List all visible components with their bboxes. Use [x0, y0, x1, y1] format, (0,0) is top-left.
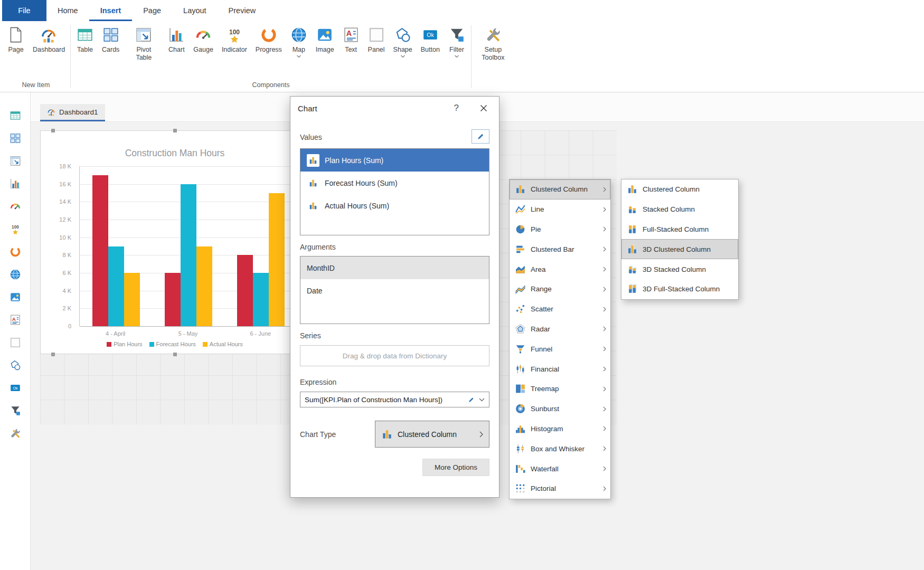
series-drop-zone[interactable]: Drag & drop data from Dictionary [300, 345, 489, 366]
bar-actual-hours[interactable] [124, 273, 140, 326]
file-button[interactable]: File [2, 0, 46, 21]
menu-item-pie[interactable]: Pie [510, 220, 610, 240]
toolbox-item-gauge[interactable] [0, 195, 30, 217]
toolbox-item-setup-toolbox[interactable] [0, 422, 30, 444]
bar-plan-hours[interactable] [92, 175, 108, 326]
menu-item-3d-clustered-column[interactable]: 3D Clustered Column [621, 239, 738, 259]
ribbon-button-indicator[interactable]: 100Indicator [218, 24, 251, 60]
menu-item-scatter[interactable]: Scatter [510, 299, 610, 319]
resize-handle[interactable] [173, 353, 177, 356]
ribbon-button-image[interactable]: Image [312, 24, 338, 60]
values-item-actual-hours-sum[interactable]: Actual Hours (Sum) [300, 194, 489, 217]
filter-icon [10, 405, 21, 416]
toolbox-item-pivot-table[interactable] [0, 149, 30, 172]
dropdown-chevron-icon[interactable] [296, 51, 301, 60]
ribbon-button-progress[interactable]: Progress [251, 24, 286, 60]
chart-type-button[interactable]: Clustered Column [375, 421, 489, 448]
dropdown-chevron-icon[interactable] [454, 51, 459, 60]
help-button[interactable]: ? [454, 103, 459, 113]
ribbon-button-text[interactable]: AText [338, 24, 364, 60]
ribbon-tab-home[interactable]: Home [46, 0, 89, 21]
ribbon-button-table[interactable]: Table [72, 24, 98, 60]
edit-values-button[interactable] [472, 129, 489, 144]
ribbon-tab-preview[interactable]: Preview [218, 0, 267, 21]
menu-item-treemap[interactable]: Treemap [510, 379, 610, 399]
menu-item-box-and-whisker[interactable]: Box and Whisker [510, 439, 610, 459]
ribbon-button-setup-toolbox[interactable]: Setup Toolbox [473, 24, 513, 68]
ribbon-tab-layout[interactable]: Layout [172, 0, 218, 21]
bar-actual-hours[interactable] [269, 193, 285, 327]
ribbon-button-page[interactable]: Page [3, 24, 29, 60]
ribbon-button-gauge[interactable]: Gauge [189, 24, 218, 60]
toolbox-item-indicator[interactable]: 100 [0, 217, 30, 240]
chevron-down-icon[interactable] [479, 398, 485, 402]
arguments-item-monthid[interactable]: MonthID [300, 256, 489, 279]
ribbon-button-dashboard[interactable]: Dashboard [29, 24, 69, 60]
resize-handle[interactable] [51, 129, 55, 132]
chart-type-submenu: Clustered ColumnStacked ColumnFull-Stack… [621, 179, 739, 300]
menu-item-3d-full-stacked-column[interactable]: 3D Full-Stacked Column [621, 279, 738, 299]
x-category-label: 4 - April [79, 330, 152, 337]
ribbon-button-button[interactable]: OkButton [417, 24, 444, 60]
menu-item-clustered-bar[interactable]: Clustered Bar [510, 239, 610, 259]
menu-item-clustered-column[interactable]: Clustered Column [510, 179, 610, 200]
toolbox-item-text[interactable]: A [0, 308, 30, 331]
values-item-forecast-hours-sum[interactable]: Forecast Hours (Sum) [300, 172, 489, 194]
ribbon-button-panel[interactable]: Panel [364, 24, 389, 60]
menu-item-sunburst[interactable]: Sunburst [510, 399, 610, 419]
ribbon-button-chart[interactable]: Chart [164, 24, 189, 60]
toolbox-item-progress[interactable] [0, 240, 30, 263]
toolbox-item-shape[interactable] [0, 354, 30, 376]
toolbox-item-map[interactable] [0, 263, 30, 286]
toolbox-item-image[interactable] [0, 286, 30, 308]
ribbon-button-shape[interactable]: Shape [389, 24, 417, 60]
ribbon-button-cards[interactable]: Cards [98, 24, 124, 60]
toolbox-item-table[interactable] [0, 104, 30, 127]
ribbon-button-pivot-table[interactable]: Pivot Table [124, 24, 164, 68]
ribbon-button-label: Page [8, 46, 23, 54]
toolbox-item-filter[interactable] [0, 399, 30, 422]
menu-item-histogram[interactable]: Histogram [510, 419, 610, 439]
menu-item-financial[interactable]: Financial [510, 359, 610, 379]
menu-item-area[interactable]: Area [510, 259, 610, 279]
bar-plan-hours[interactable] [237, 255, 253, 326]
y-tick-label: 2 K [62, 305, 71, 311]
toolbox-item-button[interactable]: Ok [0, 376, 30, 399]
progress-icon [10, 246, 21, 258]
ribbon-tab-page[interactable]: Page [132, 0, 172, 21]
menu-item-clustered-column[interactable]: Clustered Column [621, 179, 738, 200]
bar-forecast-hours[interactable] [181, 184, 196, 326]
ribbon-button-filter[interactable]: Filter [444, 24, 469, 60]
dropdown-chevron-icon[interactable] [400, 51, 405, 60]
toolbox-item-panel[interactable] [0, 331, 30, 354]
menu-item-full-stacked-column[interactable]: Full-Stacked Column [621, 220, 738, 240]
more-options-button[interactable]: More Options [422, 459, 489, 476]
chart-widget[interactable]: Construction Man Hours 18 K16 K14 K12 K1… [40, 130, 309, 354]
edit-expression-icon[interactable] [468, 396, 475, 403]
map-icon [290, 26, 307, 43]
values-item-plan-hours-sum[interactable]: Plan Hours (Sum) [300, 149, 489, 172]
resize-handle[interactable] [173, 129, 177, 132]
toolbox-item-cards[interactable] [0, 127, 30, 149]
arguments-item-date[interactable]: Date [300, 279, 489, 302]
bar-plan-hours[interactable] [165, 273, 181, 326]
x-category-label: 6 - June [224, 330, 297, 337]
menu-item-waterfall[interactable]: Waterfall [510, 459, 610, 479]
resize-handle[interactable] [51, 353, 55, 356]
menu-item-3d-stacked-column[interactable]: 3D Stacked Column [621, 259, 738, 279]
menu-item-line[interactable]: Line [510, 200, 610, 220]
menu-item-stacked-column[interactable]: Stacked Column [621, 200, 738, 220]
bar-actual-hours[interactable] [196, 246, 212, 327]
expression-input[interactable]: Sum([KPI.Plan of Construction Man Hours]… [300, 392, 489, 407]
menu-item-range[interactable]: Range [510, 279, 610, 299]
close-icon[interactable] [480, 104, 487, 112]
toolbox-item-chart[interactable] [0, 172, 30, 195]
menu-item-radar[interactable]: Radar [510, 319, 610, 339]
menu-item-funnel[interactable]: Funnel [510, 339, 610, 359]
menu-item-pictorial[interactable]: Pictorial [510, 479, 610, 499]
ribbon-button-map[interactable]: Map [286, 24, 312, 60]
ribbon-tab-insert[interactable]: Insert [89, 0, 133, 21]
bar-forecast-hours[interactable] [108, 246, 124, 327]
tab-dashboard1[interactable]: Dashboard1 [40, 104, 105, 121]
bar-forecast-hours[interactable] [253, 273, 269, 326]
